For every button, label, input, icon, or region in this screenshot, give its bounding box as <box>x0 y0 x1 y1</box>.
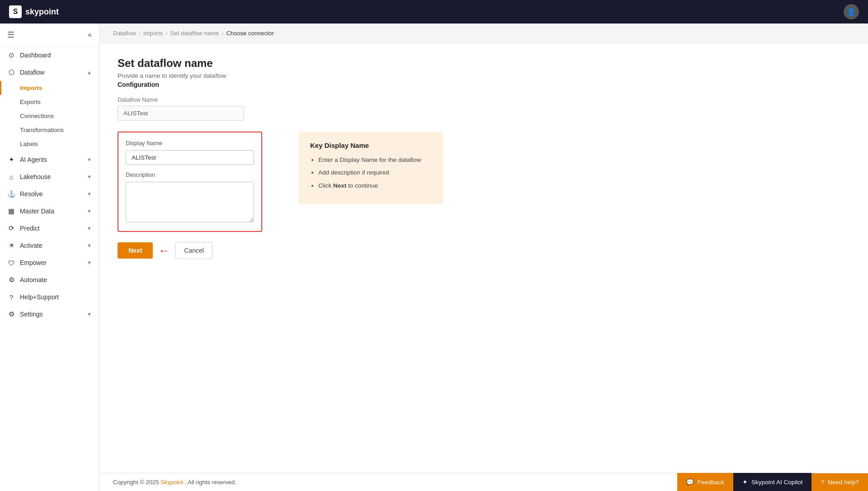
sidebar-sub-connections[interactable]: Connections <box>0 109 99 123</box>
sidebar-label-activate: Activate <box>20 242 42 249</box>
chevron-down-icon8: ▼ <box>87 312 92 317</box>
sidebar-top: ☰ « <box>0 24 99 47</box>
sidebar-label-master-data: Master Data <box>20 208 54 215</box>
feedback-label: Feedback <box>698 479 724 486</box>
ai-agents-icon: ✦ <box>7 156 15 164</box>
help-icon: ? <box>7 293 15 301</box>
sidebar-label-dataflow: Dataflow <box>20 69 44 76</box>
sidebar-sub-labels[interactable]: Labels <box>0 137 99 151</box>
app-name: skypoint <box>25 7 59 17</box>
cancel-button[interactable]: Cancel <box>175 242 212 259</box>
dataflow-name-group: Dataflow Name <box>118 96 850 121</box>
page-subtitle: Provide a name to identify your dataflow <box>118 72 850 79</box>
copyright-text: Copyright © 2025 <box>113 479 159 486</box>
rights-text: . All rights reserved. <box>184 479 236 486</box>
help-label: Need help? <box>828 479 859 486</box>
dataflow-name-input[interactable] <box>118 106 244 121</box>
breadcrumb-choose-connector: Choose connector <box>226 30 274 37</box>
main-layout: ☰ « ⊙ Dashboard ⬡ Dataflow ▲ Imports Exp… <box>0 24 868 491</box>
sidebar-item-activate[interactable]: ☀ Activate ▼ <box>0 237 99 254</box>
description-textarea[interactable] <box>126 182 254 222</box>
sidebar-item-ai-agents[interactable]: ✦ AI Agents ▼ <box>0 151 99 168</box>
breadcrumb-imports[interactable]: Imports <box>143 30 163 37</box>
sidebar-label-settings: Settings <box>20 311 43 318</box>
chevron-up-icon: ▲ <box>87 70 92 75</box>
breadcrumb-dataflow[interactable]: Dataflow <box>113 30 136 37</box>
copilot-label: Skypoint AI Copilot <box>751 479 802 486</box>
sidebar-label-empower: Empower <box>20 259 47 266</box>
chevron-down-icon: ▼ <box>87 157 92 162</box>
logo-icon: S <box>9 5 22 18</box>
app-logo[interactable]: S skypoint <box>9 5 59 18</box>
next-button[interactable]: Next <box>118 242 153 259</box>
chevron-down-icon3: ▼ <box>87 191 92 197</box>
buttons-row: Next ← Cancel <box>118 242 850 259</box>
chevron-down-icon5: ▼ <box>87 226 92 231</box>
page-content: Set dataflow name Provide a name to iden… <box>99 43 868 473</box>
sidebar-item-help[interactable]: ? Help+Support <box>0 288 99 306</box>
sidebar-label-resolve: Resolve <box>20 190 43 198</box>
sidebar-label-predict: Predict <box>20 225 40 232</box>
automate-icon: ⚙ <box>7 276 15 284</box>
resolve-icon: ⚓ <box>7 190 15 198</box>
bottom-action-bar: 💬 Feedback ✦ Skypoint AI Copilot ? Need … <box>677 473 868 491</box>
hamburger-icon[interactable]: ☰ <box>7 30 14 40</box>
sidebar-item-predict[interactable]: ⟳ Predict ▼ <box>0 220 99 237</box>
dashboard-icon: ⊙ <box>7 51 15 59</box>
activate-icon: ☀ <box>7 241 15 250</box>
sidebar-label-help: Help+Support <box>20 293 59 301</box>
sidebar-item-dataflow[interactable]: ⬡ Dataflow ▲ <box>0 64 99 81</box>
sidebar-item-empower[interactable]: 🛡 Empower ▼ <box>0 254 99 271</box>
user-avatar[interactable]: 👤 <box>844 4 859 19</box>
breadcrumb-sep3: › <box>222 30 223 37</box>
highlighted-section: Display Name Description <box>118 132 262 232</box>
info-box: Key Display Name Enter a Display Name fo… <box>298 132 443 204</box>
breadcrumb: Dataflow › Imports › Set dataflow name ›… <box>99 24 868 43</box>
breadcrumb-sep1: › <box>139 30 141 37</box>
page-title: Set dataflow name <box>118 57 850 70</box>
display-name-label: Display Name <box>126 140 254 146</box>
breadcrumb-sep2: › <box>165 30 167 37</box>
sidebar-sub-imports[interactable]: Imports <box>0 81 99 95</box>
info-box-title: Key Display Name <box>310 142 431 149</box>
brand-link[interactable]: Skypoint <box>160 479 183 486</box>
copilot-button[interactable]: ✦ Skypoint AI Copilot <box>733 473 811 491</box>
breadcrumb-set-name[interactable]: Set dataflow name <box>170 30 219 37</box>
predict-icon: ⟳ <box>7 224 15 232</box>
help-button[interactable]: ? Need help? <box>811 473 868 491</box>
sidebar-label-ai-agents: AI Agents <box>20 156 47 163</box>
dataflow-name-label: Dataflow Name <box>118 96 850 103</box>
chevron-down-icon2: ▼ <box>87 174 92 179</box>
arrow-indicator: ← <box>158 244 170 258</box>
display-name-input[interactable] <box>126 150 254 165</box>
sidebar-label-dashboard: Dashboard <box>20 52 51 59</box>
feedback-icon: 💬 <box>686 478 694 486</box>
feedback-button[interactable]: 💬 Feedback <box>677 473 733 491</box>
sidebar-item-resolve[interactable]: ⚓ Resolve ▼ <box>0 185 99 203</box>
sidebar-item-dashboard[interactable]: ⊙ Dashboard <box>0 47 99 64</box>
sidebar-item-settings[interactable]: ⚙ Settings ▼ <box>0 306 99 323</box>
description-label: Description <box>126 171 254 178</box>
sidebar-sub-transformations[interactable]: Transformations <box>0 123 99 137</box>
help-circle-icon: ? <box>821 479 824 486</box>
info-box-list: Enter a Display Name for the dataflow Ad… <box>310 156 431 190</box>
sidebar-item-automate[interactable]: ⚙ Automate <box>0 271 99 288</box>
dataflow-icon: ⬡ <box>7 68 15 76</box>
settings-icon: ⚙ <box>7 310 15 318</box>
info-point-2: Add description if required <box>318 168 431 177</box>
info-point-3: Click Next to continue <box>318 181 431 190</box>
master-data-icon: ▦ <box>7 207 15 215</box>
copilot-icon: ✦ <box>742 478 748 486</box>
sidebar-item-lakehouse[interactable]: ⌂ Lakehouse ▼ <box>0 168 99 185</box>
sidebar-label-lakehouse: Lakehouse <box>20 173 51 180</box>
collapse-icon[interactable]: « <box>88 31 92 39</box>
content-area: Dataflow › Imports › Set dataflow name ›… <box>99 24 868 491</box>
empower-icon: 🛡 <box>7 259 15 267</box>
chevron-down-icon7: ▼ <box>87 260 92 265</box>
section-label: Configuration <box>118 81 850 88</box>
footer-copyright: Copyright © 2025 Skypoint . All rights r… <box>113 479 236 486</box>
sidebar-sub-exports[interactable]: Exports <box>0 95 99 109</box>
sidebar-item-master-data[interactable]: ▦ Master Data ▼ <box>0 203 99 220</box>
sidebar-label-automate: Automate <box>20 276 47 283</box>
chevron-down-icon4: ▼ <box>87 208 92 214</box>
